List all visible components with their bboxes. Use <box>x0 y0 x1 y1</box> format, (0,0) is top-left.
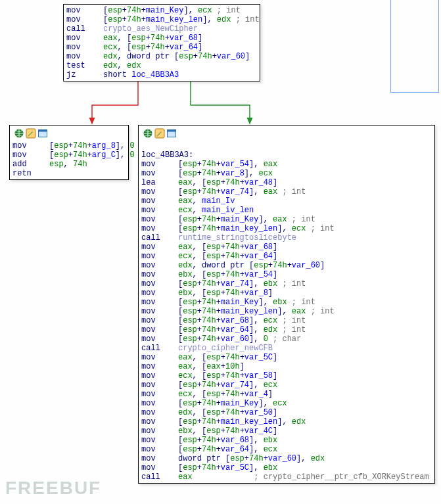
edit-icon <box>154 128 165 139</box>
window-icon <box>166 128 177 139</box>
basic-block-left[interactable]: mov[esp+74h+arg_8], 0 mov[esp+74h+arg_C]… <box>9 125 129 180</box>
edit-icon <box>26 128 36 139</box>
disassembly-graph-canvas[interactable]: { "watermark": "FREEBUF", "nodes": { "to… <box>0 0 441 504</box>
node-toolbar <box>143 128 432 139</box>
external-node-edge <box>390 0 439 93</box>
window-icon <box>37 128 48 139</box>
globe-icon <box>143 128 153 139</box>
code-block: mov[esp+74h+arg_8], 0 mov[esp+74h+arg_C]… <box>12 141 126 178</box>
svg-rect-3 <box>39 130 47 132</box>
basic-block-right[interactable]: loc_4BB3A3: mov[esp+74h+var_54], eax mov… <box>138 125 435 484</box>
basic-block-top[interactable]: mov[esp+74h+main_Key], ecx ; int mov[esp… <box>63 4 260 81</box>
svg-rect-7 <box>168 130 176 132</box>
node-toolbar <box>14 128 126 139</box>
true-edge <box>191 81 250 124</box>
watermark-text: FREEBUF <box>5 478 101 499</box>
false-edge <box>92 81 138 124</box>
code-block: loc_4BB3A3: mov[esp+74h+var_54], eax mov… <box>141 141 432 482</box>
code-block: mov[esp+74h+main_Key], ecx ; int mov[esp… <box>64 5 260 81</box>
globe-icon <box>14 128 24 139</box>
